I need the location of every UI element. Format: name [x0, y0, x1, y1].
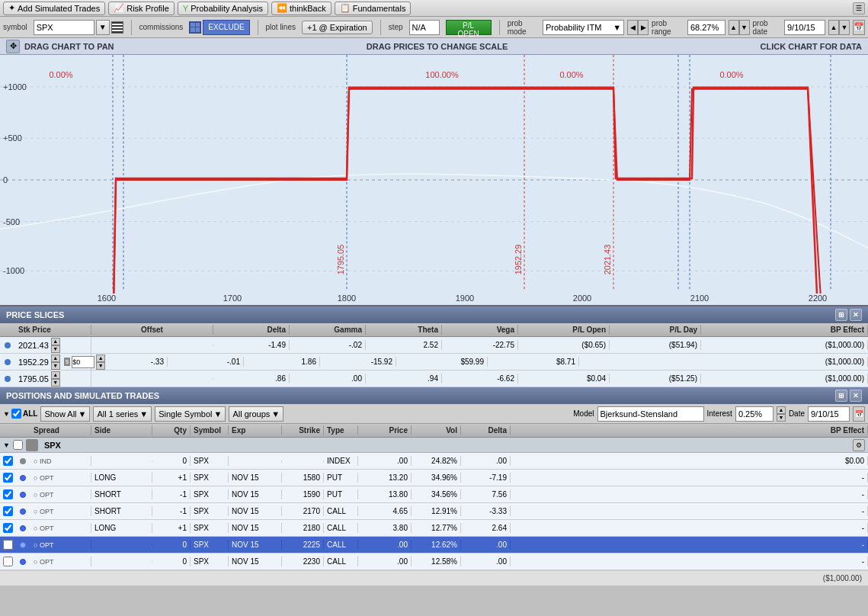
group-settings-icon[interactable]: ⚙	[853, 439, 865, 451]
pos-price-4: 3.80	[358, 523, 412, 533]
pos-check-1[interactable]	[3, 473, 13, 483]
svg-text:100.00%: 100.00%	[425, 70, 459, 79]
calendar-icon[interactable]: 📅	[853, 20, 865, 35]
slice-plopen-2: $59.99	[396, 357, 488, 367]
commissions-label: commissions	[139, 23, 184, 31]
pos-delta-2: 7.56	[461, 489, 511, 499]
pos-row-4: ○ OPT LONG +1 SPX NOV 15 2180 CALL 3.80 …	[0, 520, 868, 537]
stk1-down[interactable]: ▼	[51, 345, 60, 353]
th-stk-price: Stk Price	[15, 325, 91, 335]
interest-down[interactable]: ▼	[777, 414, 786, 422]
pos-exp-1: NOV 15	[229, 473, 282, 483]
pos-check-4[interactable]	[3, 523, 13, 533]
pos-bp-ind: $0.00	[511, 456, 868, 466]
prob-prev-arrow[interactable]: ◀	[627, 20, 638, 35]
all-checkbox[interactable]	[11, 409, 21, 419]
prob-next-arrow[interactable]: ▶	[638, 20, 649, 35]
row-indicator-3	[5, 376, 11, 382]
svg-text:+1000: +1000	[3, 82, 27, 91]
pos-side-2: SHORT	[91, 489, 152, 499]
all-series-dropdown[interactable]: All 1 series ▼	[93, 406, 152, 422]
interest-up[interactable]: ▲	[777, 406, 786, 414]
pos-check-6[interactable]	[3, 557, 13, 566]
all-label: ALL	[23, 409, 37, 418]
row-indicator-1	[5, 342, 11, 348]
price-slices-expand-icon[interactable]: ⊞	[835, 309, 847, 321]
positions-filter-icon[interactable]: ⊞	[835, 390, 847, 402]
risk-profile-button[interactable]: 📈 Risk Profile	[108, 2, 175, 15]
color-grid-icon[interactable]	[111, 21, 123, 34]
pos-vol-2: 34.56%	[412, 489, 461, 499]
fundamentals-button[interactable]: 📋 Fundamentals	[335, 2, 412, 15]
single-symbol-dropdown[interactable]: Single Symbol ▼	[155, 406, 226, 422]
prob-date-nav: ▲ ▼	[828, 20, 850, 35]
add-trades-button[interactable]: ✦ Add Simulated Trades	[3, 2, 105, 15]
thinkback-button[interactable]: ⏪ thinkBack	[271, 2, 332, 15]
pos-exp-4: NOV 15	[229, 523, 282, 533]
pos-check-ind[interactable]	[3, 456, 13, 466]
step-input[interactable]	[409, 20, 440, 35]
model-value: Bjerksund-Stensland	[597, 406, 704, 422]
plopen-button[interactable]: P/L OPEN	[446, 20, 492, 35]
group-expand-arrow[interactable]: ▼	[3, 441, 10, 449]
range-down-arrow[interactable]: ▼	[739, 20, 750, 35]
stk1-up[interactable]: ▲	[51, 338, 60, 345]
pos-row-1: ○ OPT LONG +1 SPX NOV 15 1580 PUT 13.20 …	[0, 470, 868, 486]
plot-lines-button[interactable]: +1 @ Expiration	[302, 21, 373, 34]
th-offset: Offset	[91, 325, 213, 335]
stk2-up[interactable]: ▲	[51, 355, 60, 362]
pos-check-3[interactable]	[3, 506, 13, 516]
pos-strike-2: 1590	[282, 489, 324, 499]
pos-type-4: CALL	[324, 523, 358, 533]
probability-analysis-button[interactable]: Y Probability Analysis	[178, 2, 268, 15]
pos-check-2[interactable]	[3, 489, 13, 499]
plot-lines-label: plot lines	[265, 23, 295, 31]
pos-strike-3: 2170	[282, 506, 324, 516]
range-up-arrow[interactable]: ▲	[729, 20, 739, 35]
expand-arrow[interactable]: ▼	[3, 410, 10, 418]
prob-range-value: 68.27%	[687, 20, 725, 35]
pos-price-3: 4.65	[358, 506, 412, 516]
vis-dot-3	[20, 509, 26, 515]
pos-sym-1: SPX	[191, 473, 229, 483]
date-down-arrow[interactable]: ▼	[839, 20, 850, 35]
th-pos-spread: Spread	[30, 425, 91, 435]
stk2-down[interactable]: ▼	[51, 362, 60, 370]
pos-exp-ind	[229, 460, 282, 462]
exclude-button[interactable]: EXCLUDE	[203, 20, 249, 35]
svg-text:1900: 1900	[456, 294, 474, 303]
step-label: step	[389, 23, 403, 31]
menu-icon[interactable]: ☰	[853, 2, 865, 14]
pos-qty-6: 0	[152, 557, 191, 566]
stk3-down[interactable]: ▼	[51, 379, 60, 387]
group-checkbox[interactable]	[13, 440, 23, 450]
symbol-input[interactable]	[34, 20, 94, 35]
date-up-arrow[interactable]: ▲	[828, 20, 839, 35]
date-calendar-icon[interactable]: 📅	[853, 406, 865, 422]
prob-mode-dropdown[interactable]: Probability ITM ▼	[543, 20, 624, 35]
info-bar: ✥ DRAG CHART TO PAN DRAG PRICES TO CHANG…	[0, 38, 868, 55]
chart-icon: 📈	[114, 3, 124, 13]
pos-price-1: 13.20	[358, 473, 412, 483]
stk3-up[interactable]: ▲	[51, 371, 60, 379]
show-all-dropdown[interactable]: Show All ▼	[40, 406, 90, 422]
chart-area[interactable]: +1000 +500 0 -500 -1000 1600 1700 1800 1…	[0, 55, 868, 306]
slice-stk-3: 1795.05 ▲ ▼	[15, 371, 91, 387]
svg-text:1800: 1800	[338, 294, 356, 303]
th-theta: Theta	[366, 325, 442, 335]
pos-spread-3: ○ OPT	[30, 506, 91, 516]
slice-bp-1: ($1,000.00)	[701, 340, 868, 350]
symbol-dropdown[interactable]: ▼	[96, 20, 110, 35]
pos-row-3: ○ OPT SHORT -1 SPX NOV 15 2170 CALL 4.65…	[0, 503, 868, 520]
pos-row-2: ○ OPT SHORT -1 SPX NOV 15 1590 PUT 13.80…	[0, 486, 868, 503]
pos-sym-6: SPX	[191, 557, 229, 566]
slice-gamma-2: -.01	[168, 357, 244, 367]
slice-theta-1: 2.52	[366, 340, 442, 350]
slice-plopen-3: $0.04	[518, 374, 610, 383]
svg-text:0: 0	[3, 175, 8, 184]
all-groups-dropdown[interactable]: All groups ▼	[229, 406, 283, 422]
pos-check-5[interactable]	[3, 540, 13, 550]
price-slices-settings-icon[interactable]: ✕	[850, 309, 862, 321]
separator2	[258, 20, 258, 35]
positions-settings-icon[interactable]: ✕	[850, 390, 862, 402]
